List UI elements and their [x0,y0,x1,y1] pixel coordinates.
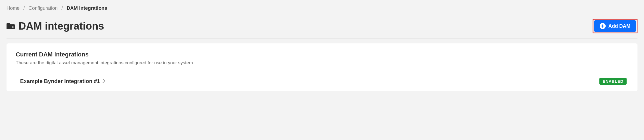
add-dam-button[interactable]: Add DAM [594,20,636,32]
svg-point-3 [13,27,13,28]
svg-point-2 [12,27,13,28]
svg-point-1 [13,26,13,27]
card-title: Current DAM integrations [16,51,628,58]
breadcrumb-separator: / [23,5,25,11]
page-header: DAM integrations Add DAM [7,19,637,39]
breadcrumb-current: DAM integrations [67,5,107,11]
card-description: These are the digital asset management i… [16,60,628,66]
integrations-card: Current DAM integrations These are the d… [7,43,637,91]
add-dam-label: Add DAM [608,23,630,29]
breadcrumb-separator: / [61,5,63,11]
breadcrumb: Home / Configuration / DAM integrations [7,5,637,11]
integration-name: Example Bynder Integration #1 [20,78,100,84]
status-badge: ENABLED [599,78,627,85]
integration-row[interactable]: Example Bynder Integration #1 ENABLED [16,72,628,87]
folder-icon [7,23,15,30]
svg-point-0 [12,26,13,27]
page-title: DAM integrations [18,20,104,32]
chevron-right-icon [103,79,105,84]
integrations-list: Example Bynder Integration #1 ENABLED [16,72,628,87]
add-dam-highlight: Add DAM [593,19,637,33]
breadcrumb-home[interactable]: Home [7,5,20,11]
plus-icon [600,23,606,29]
breadcrumb-configuration[interactable]: Configuration [29,5,58,11]
